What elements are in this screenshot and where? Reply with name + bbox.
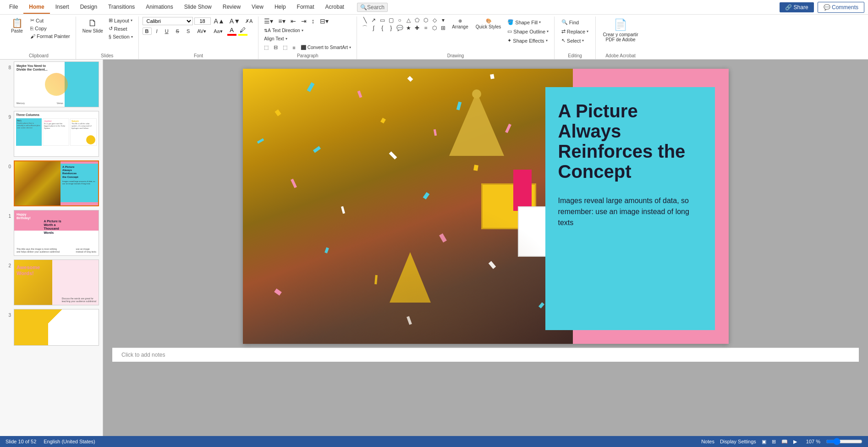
notes-button[interactable]: Notes: [701, 439, 714, 444]
slide-sorter-button[interactable]: ⊞: [772, 439, 776, 445]
shape-callout[interactable]: 💬: [396, 24, 404, 32]
align-text-button[interactable]: Align Text ▾: [262, 35, 289, 42]
line-spacing-button[interactable]: ↕: [310, 17, 317, 26]
quick-styles-button[interactable]: 🎨 Quick Styles: [473, 17, 504, 31]
slideshow-button[interactable]: ▶: [793, 439, 797, 445]
numbering-button[interactable]: ≡▾: [276, 17, 287, 26]
tab-review[interactable]: Review: [217, 1, 246, 14]
shape-outline-button[interactable]: ▭ Shape Outline ▾: [505, 28, 550, 35]
shape-rounded-rect[interactable]: ▢: [387, 17, 395, 24]
tab-home[interactable]: Home: [23, 1, 49, 14]
shape-bracket[interactable]: {: [378, 24, 386, 32]
shape-eq[interactable]: =: [422, 24, 430, 32]
clear-formatting-button[interactable]: ✗A: [243, 17, 254, 25]
shape-triangle[interactable]: △: [404, 17, 412, 24]
format-painter-button[interactable]: 🖌 Format Painter: [28, 33, 72, 40]
highlight-color-button[interactable]: 🖊: [238, 27, 247, 36]
shape-arrow[interactable]: ↗: [369, 17, 378, 24]
slide-thumb-11[interactable]: HappyBirthday! A Picture isWorth aThousa…: [14, 210, 99, 256]
shape-pentagon[interactable]: ⬠: [413, 17, 421, 24]
font-name-select[interactable]: Calibri: [143, 17, 193, 25]
acrobat-create-button[interactable]: 📄 Crear y compartir PDF de Adobe: [599, 17, 642, 44]
shape-star[interactable]: ★: [404, 24, 412, 32]
reset-button[interactable]: ↺ Reset: [107, 25, 135, 33]
align-center-button[interactable]: ⊟: [272, 44, 280, 51]
shape-rect[interactable]: ▭: [378, 17, 386, 24]
smartart-button[interactable]: ⬛ Convert to SmartArt ▾: [299, 44, 353, 51]
text-direction-button[interactable]: ⇅A Text Direction ▾: [262, 27, 305, 34]
slide-panel: 8 Maybe You Need toDivide the Content...…: [0, 60, 103, 436]
tab-transitions[interactable]: Transitions: [103, 1, 140, 14]
notes-bar[interactable]: Click to add notes: [112, 348, 859, 362]
shape-fill-button[interactable]: 🪣 Shape Fill ▾: [505, 18, 550, 26]
paste-button[interactable]: 📋 Paste: [5, 17, 28, 35]
shape-hexagon[interactable]: ⬡: [422, 17, 430, 24]
bold-button[interactable]: B: [143, 28, 152, 35]
tab-view[interactable]: View: [246, 1, 269, 14]
reading-view-button[interactable]: 📖: [781, 439, 788, 445]
share-button[interactable]: 🔗 Share: [780, 2, 813, 12]
shape-more[interactable]: ▾: [439, 17, 447, 24]
shape-effects-button[interactable]: ✦ Shape Effects ▾: [505, 37, 550, 44]
shape-cross[interactable]: ✚: [413, 24, 421, 32]
align-right-button[interactable]: ⬚: [281, 44, 289, 51]
section-button[interactable]: § Section ▾: [107, 33, 135, 40]
shape-expand[interactable]: ⊞: [439, 24, 447, 32]
change-case-button[interactable]: Aa▾: [211, 28, 225, 35]
layout-button[interactable]: ⊞ Layout ▾: [107, 17, 135, 24]
new-slide-button[interactable]: 🗋 New Slide: [80, 17, 106, 35]
bullets-button[interactable]: ☰▾: [262, 17, 275, 26]
replace-button[interactable]: ⇄ Replace ▾: [560, 28, 590, 35]
shadow-button[interactable]: S: [184, 28, 192, 35]
tab-insert[interactable]: Insert: [50, 1, 75, 14]
tab-help[interactable]: Help: [269, 1, 291, 14]
justify-button[interactable]: ≡: [291, 44, 297, 51]
cut-button[interactable]: ✂ Cut: [28, 17, 72, 24]
decrease-font-size-button[interactable]: A▼: [228, 17, 242, 26]
slide-thumb-10[interactable]: A PictureAlwaysReinforcesthe Concept Ima…: [14, 160, 99, 206]
select-button[interactable]: ↖ Select ▾: [560, 37, 590, 44]
columns-button[interactable]: ⊟▾: [318, 17, 330, 26]
shape-line[interactable]: ╲: [361, 17, 369, 24]
search-box[interactable]: 🔍 Search: [357, 3, 388, 12]
shape-oval[interactable]: ○: [396, 17, 404, 24]
drawing-group: ╲ ↗ ▭ ▢ ○ △ ⬠ ⬡ ◇ ▾ ⌒ ∫ { } 💬: [357, 17, 555, 59]
underline-button[interactable]: U: [162, 28, 171, 35]
increase-indent-button[interactable]: ⇥: [299, 17, 308, 26]
copy-button[interactable]: ⎘ Copy: [28, 25, 72, 32]
slide-thumb-13[interactable]: [14, 309, 99, 346]
slide-canvas[interactable]: A Picture Always Reinforces the Concept …: [243, 69, 729, 344]
arrange-button[interactable]: ⊕ Arrange: [449, 17, 471, 31]
zoom-slider[interactable]: [826, 438, 863, 445]
slide-thumb-12[interactable]: AwesomeWords! Discuss the words are grea…: [14, 259, 99, 305]
normal-view-button[interactable]: ▣: [762, 439, 766, 445]
align-left-button[interactable]: ⬚: [262, 44, 270, 51]
increase-font-size-button[interactable]: A▲: [212, 17, 226, 26]
decrease-indent-button[interactable]: ⇤: [289, 17, 298, 26]
comments-button[interactable]: 💬 Comments: [818, 2, 864, 13]
tab-format[interactable]: Format: [291, 1, 320, 14]
acrobat-icon: 📄: [614, 18, 627, 31]
shape-diamond[interactable]: ◇: [430, 17, 439, 24]
tab-acrobat[interactable]: Acrobat: [320, 1, 350, 14]
slide-text-box[interactable]: A Picture Always Reinforces the Concept …: [545, 87, 715, 330]
slide-thumb-8[interactable]: Maybe You Need toDivide the Content... M…: [14, 61, 99, 107]
new-slide-icon: 🗋: [88, 18, 97, 28]
shape-freeform[interactable]: ⌒: [361, 24, 369, 32]
shape-curve[interactable]: ∫: [369, 24, 378, 32]
display-settings-button[interactable]: Display Settings: [720, 439, 756, 444]
shape-brace[interactable]: }: [387, 24, 395, 32]
strikethrough-button[interactable]: S: [173, 28, 182, 35]
italic-button[interactable]: I: [154, 28, 160, 35]
slide-info: Slide 10 of 52: [5, 439, 36, 444]
tab-design[interactable]: Design: [75, 1, 103, 14]
shape-cube[interactable]: ⬡: [430, 24, 439, 32]
font-color-button[interactable]: A: [227, 27, 236, 36]
slide-thumb-9[interactable]: Three Columns He's Double-planet that is…: [14, 111, 99, 157]
char-spacing-button[interactable]: AV▾: [194, 28, 209, 35]
find-button[interactable]: 🔍 Find: [560, 18, 590, 26]
tab-animations[interactable]: Animations: [140, 1, 178, 14]
tab-file[interactable]: File: [4, 1, 23, 14]
font-size-input[interactable]: [194, 17, 211, 25]
tab-slideshow[interactable]: Slide Show: [179, 1, 217, 14]
